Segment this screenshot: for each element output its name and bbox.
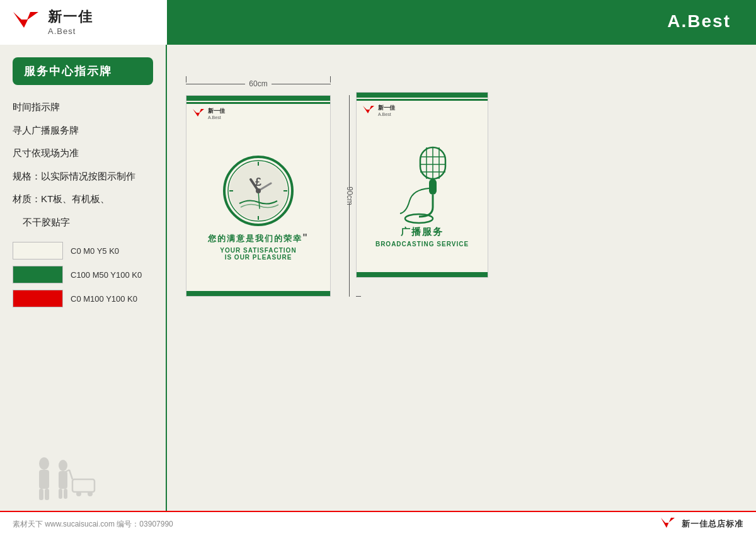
svg-point-40 — [405, 214, 433, 223]
svg-rect-8 — [59, 489, 62, 499]
svg-marker-0 — [13, 12, 28, 28]
sign-english-block: YOUR SATISFACTION IS OUR PLEASURE — [220, 247, 296, 261]
sign-english-line1: YOUR SATISFACTION — [220, 247, 296, 254]
swatch-row-3: C0 M100 Y100 K0 — [13, 290, 153, 307]
left-sidebar: 服务中心指示牌 时间指示牌 寻人广播服务牌 尺寸依现场为准 规格：以实际情况按图… — [0, 45, 167, 511]
sign-logo-row-mic: 新一佳 A.Best — [357, 101, 488, 120]
info-item-6: 不干胶贴字 — [13, 215, 153, 230]
logo-chinese: 新一佳 — [48, 8, 93, 26]
svg-rect-9 — [64, 489, 67, 499]
svg-rect-3 — [39, 470, 49, 489]
mic-sign-wrapper: 新一佳 A.Best — [356, 76, 488, 278]
top-header: 新一佳 A.Best A.Best — [0, 0, 756, 43]
footer-logo-icon — [659, 515, 677, 533]
dim-width-label: 60cm — [186, 79, 331, 88]
svg-point-13 — [76, 491, 81, 496]
info-item-1: 时间指示牌 — [13, 100, 153, 115]
footer: 素材天下 www.sucaisucai.com 编号：03907990 新一佳总… — [0, 511, 756, 536]
sign-logo-en-mic: A.Best — [378, 112, 395, 117]
mic-illustration — [387, 144, 457, 226]
info-list: 时间指示牌 寻人广播服务牌 尺寸依现场为准 规格：以实际情况按图示制作 材质：K… — [13, 100, 153, 229]
sign-logo-cn-mic: 新一佳 — [378, 104, 395, 112]
sign-english-line2: IS OUR PLEASURE — [220, 254, 296, 261]
dim-width-text: 60cm — [249, 79, 267, 88]
dim-height-line-top — [349, 95, 350, 189]
sign-chinese-satisfaction: 您的满意是我们的荣幸" — [208, 232, 309, 244]
swatch-label-3: C0 M100 Y100 K0 — [71, 294, 137, 304]
mic-area: 广播服务 BROADCASTING SERVICE — [369, 120, 475, 272]
swatch-label-1: C0 M0 Y5 K0 — [71, 246, 119, 256]
sign-bottom-bar-mic — [357, 272, 488, 277]
svg-point-28 — [256, 188, 261, 193]
dim-height-line-bottom — [349, 203, 350, 297]
footer-brand-text: 新一佳总店标准 — [682, 518, 743, 530]
sign-logo-row-clock: 新一佳 A.Best — [186, 104, 330, 123]
svg-rect-4 — [39, 489, 43, 500]
sign-logo-texts-mic: 新一佳 A.Best — [378, 104, 395, 117]
mic-sign-card: 新一佳 A.Best — [356, 92, 488, 278]
right-panel: 60cm 新一佳 — [167, 45, 756, 511]
clock-illustration: £ — [220, 153, 296, 229]
svg-point-2 — [39, 457, 49, 470]
swatch-cream — [13, 242, 63, 259]
svg-line-11 — [69, 470, 72, 479]
people-figures — [6, 454, 132, 505]
clock-area: £ 您的满意是我们 — [202, 123, 315, 291]
swatch-label-2: C100 M50 Y100 K0 — [71, 270, 142, 280]
swatch-row-1: C0 M0 Y5 K0 — [13, 242, 153, 259]
svg-rect-7 — [59, 471, 67, 489]
section-title: 服务中心指示牌 — [24, 65, 112, 77]
svg-rect-10 — [72, 479, 94, 492]
footer-left-text: 素材天下 www.sucaisucai.com 编号：03907990 — [13, 519, 173, 530]
main-content: 服务中心指示牌 时间指示牌 寻人广播服务牌 尺寸依现场为准 规格：以实际情况按图… — [0, 45, 756, 511]
sign-logo-texts-clock: 新一佳 A.Best — [208, 107, 225, 120]
dim-tick-right — [330, 76, 331, 83]
svg-marker-29 — [363, 106, 370, 113]
sign-logo-icon-clock — [192, 106, 205, 120]
svg-marker-15 — [193, 109, 200, 117]
header-green-bar: A.Best — [167, 0, 756, 43]
sign-logo-en-clock: A.Best — [208, 115, 225, 120]
sign-english-broadcast: BROADCASTING SERVICE — [375, 241, 469, 248]
svg-rect-38 — [429, 179, 437, 195]
dim-tick-left — [186, 76, 186, 83]
footer-right: 新一佳总店标准 — [659, 515, 743, 533]
clock-sign-card: 新一佳 A.Best — [186, 95, 331, 297]
info-item-3: 尺寸依现场为准 — [13, 146, 153, 161]
dim-height-text: 90cm — [345, 186, 353, 205]
info-item-2: 寻人广播服务牌 — [13, 123, 153, 138]
svg-rect-5 — [45, 489, 49, 500]
sign-logo-icon-mic — [362, 103, 375, 117]
logo-text-block: 新一佳 A.Best — [48, 8, 93, 36]
sign-bottom-bar-clock — [186, 291, 330, 296]
clock-sign-wrapper: 60cm 新一佳 — [186, 95, 331, 297]
svg-point-14 — [88, 491, 93, 496]
svg-marker-41 — [661, 518, 668, 528]
sign-top-bar-mic — [357, 93, 488, 98]
swatch-green — [13, 266, 63, 283]
info-item-4: 规格：以实际情况按图示制作 — [13, 169, 153, 184]
section-title-box: 服务中心指示牌 — [13, 57, 153, 85]
svg-point-6 — [59, 460, 67, 471]
sign-chinese-broadcast: 广播服务 — [401, 226, 444, 238]
logo-area: 新一佳 A.Best — [0, 0, 167, 43]
info-item-5: 材质：KT板、有机板、 — [13, 192, 153, 207]
dim-height-tick-bottom — [356, 296, 361, 297]
logo-english: A.Best — [48, 26, 93, 36]
sign-top-bar-clock — [186, 96, 330, 101]
swatch-row-2: C100 M50 Y100 K0 — [13, 266, 153, 283]
header-brand-name: A.Best — [667, 11, 731, 31]
brand-logo-icon — [10, 6, 42, 37]
signs-container: 60cm 新一佳 — [186, 76, 737, 297]
swatch-red — [13, 290, 63, 307]
sign-logo-cn-clock: 新一佳 — [208, 107, 225, 115]
color-swatches: C0 M0 Y5 K0 C100 M50 Y100 K0 C0 M100 Y10… — [13, 242, 153, 307]
